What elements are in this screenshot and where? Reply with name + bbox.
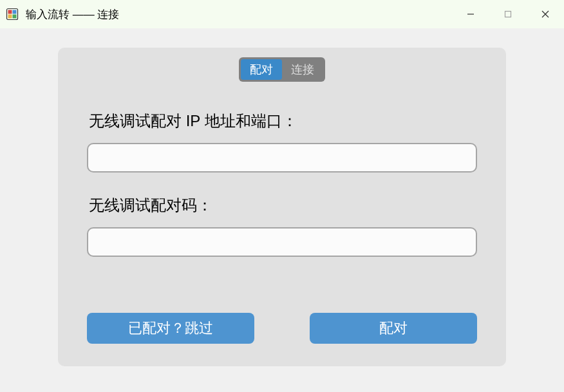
maximize-button[interactable] <box>489 0 527 28</box>
ip-port-input[interactable] <box>87 143 477 173</box>
pair-button[interactable]: 配对 <box>310 313 477 344</box>
tab-pair[interactable]: 配对 <box>241 59 282 80</box>
svg-rect-3 <box>8 15 12 19</box>
pairing-code-label: 无线调试配对码： <box>89 195 477 216</box>
svg-rect-4 <box>13 15 17 19</box>
svg-rect-6 <box>505 12 511 17</box>
app-icon <box>5 7 19 21</box>
minimize-button[interactable] <box>452 0 489 28</box>
content-area: 配对 连接 无线调试配对 IP 地址和端口： 无线调试配对码： 已配对？跳过 配… <box>0 28 564 392</box>
svg-rect-2 <box>13 10 17 14</box>
window-title: 输入流转 —— 连接 <box>26 7 119 22</box>
close-button[interactable] <box>527 0 564 28</box>
svg-rect-1 <box>8 10 12 14</box>
titlebar: 输入流转 —— 连接 <box>0 0 564 28</box>
ip-port-label: 无线调试配对 IP 地址和端口： <box>89 111 477 131</box>
window-controls <box>452 0 564 28</box>
pairing-code-input[interactable] <box>87 227 477 257</box>
button-row: 已配对？跳过 配对 <box>87 313 477 344</box>
skip-button[interactable]: 已配对？跳过 <box>87 313 254 344</box>
main-panel: 配对 连接 无线调试配对 IP 地址和端口： 无线调试配对码： 已配对？跳过 配… <box>58 48 506 366</box>
tab-toggle: 配对 连接 <box>239 57 325 82</box>
app-window: 输入流转 —— 连接 配对 连接 无线调试配对 IP 地址和端口： 无线调试配对… <box>0 0 564 392</box>
tab-connect[interactable]: 连接 <box>282 59 323 80</box>
